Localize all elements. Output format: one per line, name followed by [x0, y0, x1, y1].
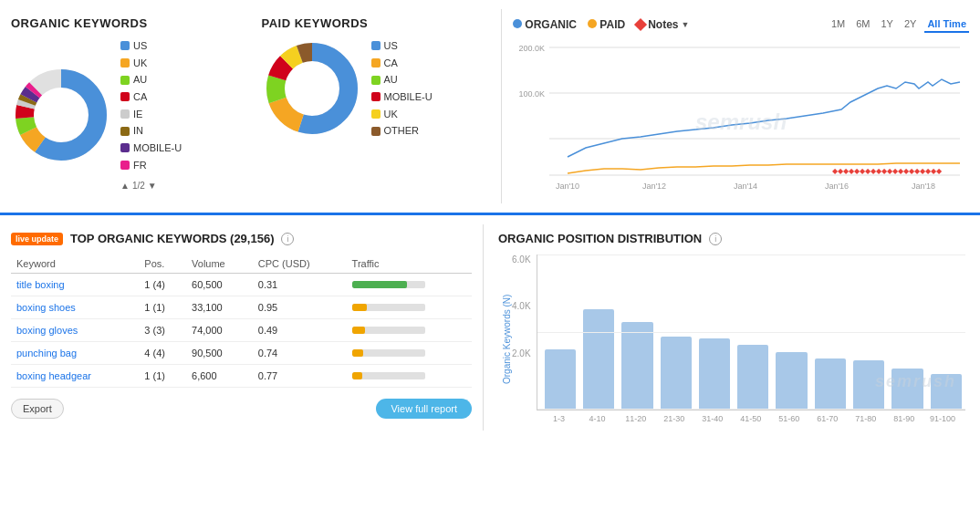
- x-axis-label: 41-50: [735, 414, 766, 423]
- volume-cell: 6,600: [186, 365, 253, 388]
- svg-text:Jan'14: Jan'14: [734, 182, 757, 191]
- x-axis-label: 61-70: [812, 414, 843, 423]
- bar-group: [737, 345, 768, 410]
- table-row: boxing shoes1 (1)33,1000.95: [11, 296, 472, 319]
- bar: [931, 374, 962, 410]
- x-axis-label: 71-80: [850, 414, 881, 423]
- keyword-link[interactable]: boxing shoes: [16, 302, 76, 313]
- volume-cell: 33,100: [186, 296, 253, 319]
- time-2y[interactable]: 2Y: [902, 16, 919, 33]
- traffic-cell: [347, 365, 472, 388]
- organic-legend: US UK AU CA IE IN MOBILE-U FR ▲ 1/2 ▼: [120, 37, 182, 193]
- x-axis-label: 81-90: [889, 414, 920, 423]
- organic-keywords-title: ORGANIC KEYWORDS: [11, 16, 240, 30]
- bar: [583, 309, 614, 410]
- traffic-cell: [347, 274, 472, 296]
- keyword-link[interactable]: boxing headgear: [16, 370, 91, 381]
- organic-legend-nav[interactable]: ▲ 1/2 ▼: [120, 178, 182, 193]
- volume-cell: 74,000: [186, 319, 253, 342]
- keywords-table: Keyword Pos. Volume CPC (USD) Traffic ti…: [11, 254, 472, 388]
- bar: [699, 338, 730, 410]
- col-volume: Volume: [186, 254, 253, 274]
- bottom-section: live update TOP ORGANIC KEYWORDS (29,156…: [0, 215, 980, 440]
- bars-area: semrush: [537, 254, 965, 410]
- keywords-section-title: TOP ORGANIC KEYWORDS (29,156): [70, 232, 274, 245]
- pos-cell: 1 (1): [139, 365, 186, 388]
- volume-cell: 90,500: [186, 342, 253, 365]
- svg-text:100.0K: 100.0K: [518, 89, 545, 99]
- bar-group: [853, 360, 884, 410]
- bar-group: [776, 352, 807, 410]
- bar-group: [545, 349, 576, 410]
- time-1y[interactable]: 1Y: [878, 16, 895, 33]
- svg-text:semrush: semrush: [695, 109, 787, 134]
- bar-group: [699, 338, 730, 410]
- export-button[interactable]: Export: [11, 399, 64, 419]
- notes-button[interactable]: Notes: [648, 18, 678, 31]
- keyword-link[interactable]: boxing gloves: [16, 325, 78, 336]
- cpc-cell: 0.74: [253, 342, 347, 365]
- bar: [545, 349, 576, 410]
- svg-text:Jan'18: Jan'18: [912, 182, 935, 191]
- pos-cell: 1 (1): [139, 296, 186, 319]
- pos-cell: 3 (3): [139, 319, 186, 342]
- distribution-title: ORGANIC POSITION DISTRIBUTION: [498, 232, 702, 245]
- volume-cell: 60,500: [186, 274, 253, 296]
- paid-legend: US CA AU MOBILE-U UK OTHER: [371, 37, 433, 140]
- bar-chart-inner: semrush 1-34-1011-2021-3031-4041-5051-60…: [537, 254, 965, 423]
- keyword-link[interactable]: title boxing: [16, 279, 65, 290]
- paid-keywords-panel: PAID KEYWORDS: [251, 9, 503, 203]
- bar: [621, 322, 652, 410]
- x-axis-label: 4-10: [582, 414, 613, 423]
- paid-donut-chart: [262, 38, 362, 139]
- svg-point-17: [287, 63, 338, 114]
- svg-point-9: [36, 89, 87, 140]
- time-alltime[interactable]: All Time: [924, 16, 969, 33]
- table-footer: Export View full report: [11, 399, 472, 419]
- bar-group: [621, 322, 652, 410]
- traffic-cell: [347, 319, 472, 342]
- col-pos: Pos.: [139, 254, 186, 274]
- line-chart-legend: ORGANIC PAID Notes ▼: [513, 18, 689, 31]
- organic-donut-chart: [11, 65, 111, 165]
- cpc-cell: 0.49: [253, 319, 347, 342]
- bar: [815, 358, 846, 410]
- keyword-link[interactable]: punching bag: [16, 348, 77, 358]
- bar: [853, 360, 884, 410]
- line-chart-svg-container: 200.0K 100.0K Jan'10 Jan'12 Jan'14 Jan'1…: [513, 38, 969, 196]
- table-row: title boxing1 (4)60,5000.31: [11, 274, 472, 296]
- bar-group: [931, 374, 962, 410]
- table-row: punching bag4 (4)90,5000.74: [11, 342, 472, 365]
- x-axis-label: 11-20: [620, 414, 652, 423]
- cpc-cell: 0.31: [253, 274, 347, 296]
- cpc-cell: 0.95: [253, 296, 347, 319]
- x-axis-label: 31-40: [697, 414, 728, 423]
- y-axis-label: Organic Keywords (N): [498, 254, 512, 423]
- x-axis-labels: 1-34-1011-2021-3031-4041-5051-6061-7071-…: [537, 410, 965, 423]
- time-6m[interactable]: 6M: [853, 16, 872, 33]
- x-axis-label: 21-30: [659, 414, 690, 423]
- notes-dropdown-icon[interactable]: ▼: [681, 20, 689, 29]
- distribution-info-icon[interactable]: i: [709, 233, 722, 245]
- x-axis-label: 51-60: [774, 414, 805, 423]
- bar: [661, 337, 692, 410]
- table-row: boxing gloves3 (3)74,0000.49: [11, 319, 472, 342]
- y-axis: 6.0K 4.0K 2.0K 0: [512, 254, 537, 423]
- live-badge: live update: [11, 233, 63, 245]
- col-keyword: Keyword: [11, 254, 139, 274]
- time-1m[interactable]: 1M: [829, 16, 848, 33]
- bar: [776, 352, 807, 410]
- x-axis-label: 91-100: [927, 414, 958, 423]
- bar-group: [583, 309, 614, 410]
- cpc-cell: 0.77: [253, 365, 347, 388]
- bar-group: [815, 358, 846, 410]
- table-row: boxing headgear1 (1)6,6000.77: [11, 365, 472, 388]
- bar-group: [661, 337, 692, 410]
- organic-keywords-panel: ORGANIC KEYWORDS: [0, 9, 251, 203]
- bar-group: [891, 369, 923, 410]
- col-traffic: Traffic: [347, 254, 472, 274]
- traffic-cell: [347, 342, 472, 365]
- view-full-report-button[interactable]: View full report: [376, 399, 472, 419]
- pos-cell: 4 (4): [139, 342, 186, 365]
- keywords-info-icon[interactable]: i: [281, 233, 294, 245]
